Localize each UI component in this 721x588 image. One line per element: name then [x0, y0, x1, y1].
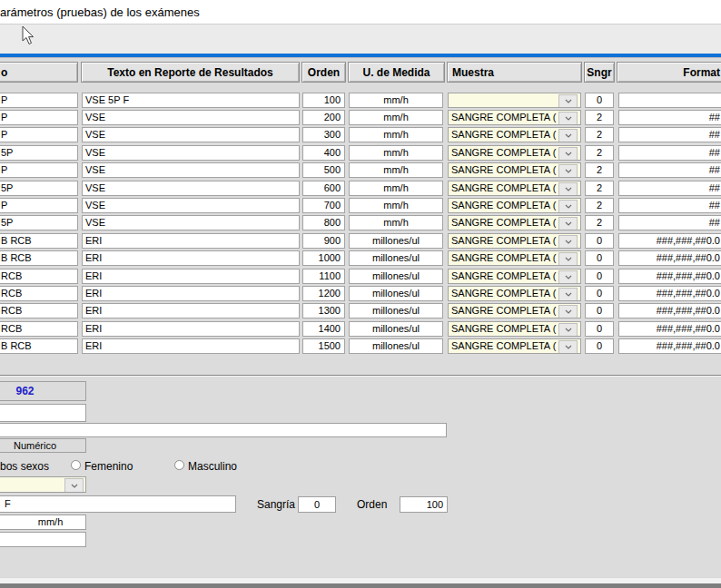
cell-sngr[interactable]: 2 — [585, 162, 614, 178]
cell-formato[interactable]: ###,###,##0.0 — [618, 233, 721, 249]
cell-sngr[interactable]: 2 — [585, 215, 614, 230]
cell-orden[interactable]: 1500 — [302, 338, 345, 354]
cell-texto-reporte[interactable]: ERI — [82, 286, 300, 301]
cell-code[interactable]: RCB — [0, 269, 78, 284]
cell-orden[interactable]: 500 — [302, 162, 345, 178]
cell-sngr[interactable]: 0 — [585, 250, 614, 266]
cell-formato[interactable]: ###,###,##0.0 — [618, 321, 721, 337]
muestra-chevron-down-icon[interactable] — [558, 94, 578, 108]
cell-formato[interactable]: ###,###,##0.0 — [618, 250, 721, 266]
cell-sngr[interactable]: 0 — [585, 93, 614, 108]
column-header-unidad-medida[interactable]: U. de Medida — [348, 62, 445, 83]
extra-input[interactable] — [0, 532, 86, 547]
cell-orden[interactable]: 200 — [302, 110, 345, 125]
cell-orden[interactable]: 1000 — [302, 250, 345, 266]
cell-muestra[interactable]: SANGRE COMPLETA ( — [448, 127, 581, 142]
column-header-formato[interactable]: Format — [617, 62, 721, 83]
cell-formato[interactable]: ## — [618, 162, 721, 178]
cell-muestra[interactable]: SANGRE COMPLETA ( — [448, 269, 581, 284]
cell-texto-reporte[interactable]: VSE — [82, 215, 300, 230]
cell-unidad-medida[interactable]: mm/h — [349, 93, 443, 108]
cell-muestra[interactable]: SANGRE COMPLETA ( — [448, 250, 581, 266]
cell-texto-reporte[interactable]: ERI — [82, 269, 300, 284]
cell-texto-reporte[interactable]: VSE — [82, 127, 300, 142]
cell-unidad-medida[interactable]: millones/ul — [349, 250, 443, 266]
cell-muestra[interactable]: SANGRE COMPLETA ( — [448, 162, 581, 178]
muestra-chevron-down-icon[interactable] — [558, 323, 578, 337]
cell-texto-reporte[interactable]: ERI — [82, 250, 300, 266]
cell-muestra[interactable]: SANGRE COMPLETA ( — [448, 303, 581, 318]
cell-sngr[interactable]: 2 — [585, 198, 614, 213]
cell-sngr[interactable]: 2 — [585, 181, 614, 196]
cell-unidad-medida[interactable]: mm/h — [349, 162, 443, 178]
cell-formato[interactable]: ## — [618, 215, 721, 230]
cell-formato[interactable]: ## — [618, 127, 721, 142]
muestra-chevron-down-icon[interactable] — [558, 235, 578, 249]
cell-muestra[interactable]: SANGRE COMPLETA ( — [448, 321, 581, 337]
cell-code[interactable]: RCB — [0, 303, 78, 318]
cell-orden[interactable]: 300 — [302, 127, 345, 142]
radio-femenino-label[interactable]: Femenino — [84, 460, 133, 473]
cell-unidad-medida[interactable]: millones/ul — [349, 269, 443, 284]
cell-unidad-medida[interactable]: millones/ul — [349, 286, 443, 301]
column-header-muestra[interactable]: Muestra — [447, 62, 582, 83]
description-input[interactable] — [0, 423, 447, 437]
cell-texto-reporte[interactable]: VSE 5P F — [82, 93, 300, 108]
cell-unidad-medida[interactable]: mm/h — [349, 145, 443, 161]
cell-code[interactable]: RCB — [0, 286, 78, 301]
cell-sngr[interactable]: 0 — [585, 233, 614, 249]
cell-code[interactable]: P — [0, 110, 78, 125]
cell-sngr[interactable]: 2 — [585, 145, 614, 161]
cell-code[interactable]: P — [0, 198, 78, 213]
cell-texto-reporte[interactable]: VSE — [82, 181, 300, 196]
cell-unidad-medida[interactable]: millones/ul — [349, 303, 443, 318]
muestra-select[interactable] — [0, 476, 86, 493]
cell-formato[interactable] — [618, 93, 721, 108]
cell-orden[interactable]: 900 — [302, 233, 345, 249]
cell-muestra[interactable]: SANGRE COMPLETA ( — [448, 233, 581, 249]
cell-texto-reporte[interactable]: ERI — [82, 303, 300, 318]
cell-unidad-medida[interactable]: mm/h — [349, 127, 443, 142]
radio-masculino[interactable] — [174, 460, 184, 470]
orden-input[interactable]: 100 — [400, 496, 448, 513]
radio-ambos-sexos-label[interactable]: bos sexos — [0, 460, 49, 473]
cell-sngr[interactable]: 2 — [585, 110, 614, 125]
muestra-chevron-down-icon[interactable] — [558, 200, 578, 213]
cell-code[interactable]: 5P — [0, 145, 78, 161]
cell-unidad-medida[interactable]: mm/h — [349, 110, 443, 125]
cell-orden[interactable]: 400 — [302, 145, 345, 161]
muestra-chevron-down-icon[interactable] — [558, 288, 578, 301]
column-header-texto-reporte[interactable]: Texto en Reporte de Resultados — [81, 62, 300, 83]
cell-orden[interactable]: 1100 — [302, 269, 345, 284]
muestra-chevron-down-icon[interactable] — [558, 305, 578, 318]
cell-code[interactable]: P — [0, 127, 78, 142]
cell-formato[interactable]: ###,###,##0.0 — [618, 338, 721, 354]
cell-unidad-medida[interactable]: millones/ul — [349, 321, 443, 337]
muestra-chevron-down-icon[interactable] — [558, 147, 578, 161]
sangria-input[interactable]: 0 — [298, 496, 336, 513]
column-header-orden[interactable]: Orden — [301, 62, 346, 83]
cell-sngr[interactable]: 0 — [585, 321, 614, 337]
cell-orden[interactable]: 600 — [302, 181, 345, 196]
cell-orden[interactable]: 700 — [302, 198, 345, 213]
muestra-chevron-down-icon[interactable] — [558, 112, 578, 125]
muestra-chevron-down-icon[interactable] — [558, 252, 578, 266]
cell-code[interactable]: 5P — [0, 181, 78, 196]
cell-orden[interactable]: 800 — [302, 215, 345, 230]
radio-masculino-label[interactable]: Masculino — [188, 460, 237, 473]
muestra-chevron-down-icon[interactable] — [558, 340, 578, 354]
cell-formato[interactable]: ###,###,##0.0 — [618, 286, 721, 301]
muestra-chevron-down-icon[interactable] — [558, 270, 578, 284]
cell-unidad-medida[interactable]: mm/h — [349, 198, 443, 213]
cell-muestra[interactable]: SANGRE COMPLETA ( — [448, 286, 581, 301]
cell-texto-reporte[interactable]: VSE — [82, 110, 300, 125]
muestra-chevron-down-icon[interactable] — [558, 164, 578, 178]
unidad-input[interactable]: mm/h — [0, 514, 86, 530]
cell-texto-reporte[interactable]: VSE — [82, 162, 300, 178]
cell-orden[interactable]: 1200 — [302, 286, 345, 301]
cell-formato[interactable]: ## — [618, 145, 721, 161]
cell-unidad-medida[interactable]: mm/h — [349, 181, 443, 196]
cell-code[interactable]: RCB — [0, 321, 78, 337]
cell-muestra[interactable] — [448, 93, 581, 108]
radio-femenino[interactable] — [71, 460, 81, 470]
